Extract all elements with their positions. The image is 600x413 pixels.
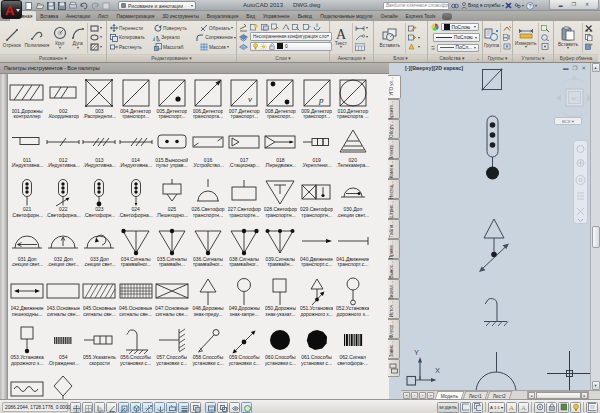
undo-icon[interactable] [80, 2, 88, 10]
linetype-sample-icon[interactable] [431, 45, 435, 51]
palette-tab-12[interactable]: Источ... [388, 299, 400, 319]
color-dropdown[interactable]: ПоСлою [441, 23, 479, 32]
saveas-icon[interactable] [58, 2, 66, 10]
palette-item[interactable]: 043.Основныесигналы све... [45, 275, 81, 324]
group-edit-button[interactable] [503, 34, 512, 41]
palette-item[interactable]: 025.Пешеходно... [154, 176, 190, 225]
ribbon-tab-10[interactable]: Вывод [294, 11, 317, 21]
ribbon-tab-12[interactable]: Онлайн [376, 11, 401, 21]
palette-tab-overflow[interactable] [388, 359, 400, 377]
layer-tool6-icon[interactable] [303, 23, 311, 31]
prev-layout-icon[interactable]: ‹ [411, 392, 418, 399]
block-hook-support[interactable] [484, 299, 508, 326]
layout-horizontal-scrollbar[interactable]: ◂ ▸ [527, 391, 589, 399]
panel-groups-label[interactable]: Группы ▾ [483, 54, 512, 62]
communication-center-icon[interactable] [514, 2, 521, 9]
ribbon-tab-6[interactable]: 3D инструменты [158, 11, 203, 21]
quickcalc-button[interactable] [541, 34, 550, 41]
help-icon[interactable]: ? [526, 2, 534, 10]
palette-item[interactable]: 062.Сигналсветофора-... [335, 324, 371, 373]
palette-item[interactable]: 003.Распредели... [81, 78, 117, 127]
palette-item[interactable]: 030.Доп.секции свет... [335, 176, 371, 225]
last-layout-icon[interactable]: » [427, 392, 434, 399]
table-tool-button[interactable] [355, 43, 368, 51]
palette-item[interactable]: 002.Координатор [45, 78, 81, 127]
palette-tab-6[interactable]: Несущ... [388, 179, 400, 199]
palette-item[interactable]: 027.Светофортранспортн... [226, 176, 262, 225]
coordinates-display[interactable]: 2086.2044, 1728.1778, 0.0000 [2, 402, 68, 412]
palette-tab-13[interactable]: Флуор... [388, 319, 400, 339]
palette-item[interactable]: 042.Движениепешеходны... [9, 275, 45, 324]
palette-item[interactable]: 023.Светофорн... [81, 176, 117, 225]
annoscale-ind-toggle[interactable] [241, 402, 252, 413]
autoscale-button[interactable]: A [518, 402, 529, 413]
workspace-switcher[interactable]: Рисование и аннотации [118, 1, 196, 10]
redo-icon[interactable] [91, 2, 99, 10]
palette-item[interactable]: 035.Сигналытрамвайн... [154, 226, 190, 275]
hscroll-right-icon[interactable]: ▸ [581, 392, 588, 399]
block-dome-signal[interactable] [476, 352, 516, 392]
isolate-objects-button[interactable] [570, 402, 581, 413]
lineweight-dropdown[interactable]: ПоСлою [433, 33, 480, 42]
first-layout-icon[interactable]: « [403, 392, 410, 399]
drawing-area[interactable]: [-][Вверху][2D каркас] ▬ ❐ ✕ [388, 63, 600, 399]
snap-toggle[interactable] [70, 402, 81, 413]
palette-item[interactable]: 032 Доп.секции свет... [45, 226, 81, 275]
search-binoculars-icon[interactable] [451, 2, 459, 9]
am-toggle[interactable] [229, 402, 240, 413]
palette-item[interactable]: 029.Светофортранспортн... [299, 176, 335, 225]
palette-item[interactable]: 040.Движениетранспорт.с... [299, 226, 335, 275]
ribbon-tab-7[interactable]: Визуализация [203, 11, 242, 21]
layer-blue-icon[interactable] [239, 34, 248, 42]
palette-item[interactable]: 039.Сигналытрамвайн... [262, 226, 298, 275]
palette-item[interactable]: 053.Установкадорожного з... [9, 324, 45, 373]
palette-item[interactable]: 013.Индуктивна... [81, 127, 117, 176]
ortho-toggle[interactable] [94, 402, 105, 413]
block-traffic-light[interactable] [486, 116, 499, 180]
hatch-tool-button[interactable] [90, 43, 102, 51]
palette-item[interactable]: 001.Дорожныконтроллер [9, 78, 45, 127]
stretch-button[interactable]: Растянуть [110, 43, 152, 51]
palette-item[interactable]: 016.Устройство... [190, 127, 226, 176]
scroll-up-icon[interactable]: ▲ [592, 63, 600, 72]
mirror-button[interactable]: Зеркало [152, 34, 194, 42]
cut-button[interactable] [585, 25, 593, 32]
panel-draw-label[interactable]: Рисование ▾ [0, 54, 106, 62]
layer-tool5-icon[interactable] [292, 23, 300, 31]
palette-item[interactable]: 060.Способыустановки с... [262, 324, 298, 373]
transparency-toggle[interactable] [190, 402, 201, 413]
annotation-scale-button[interactable]: А 1:1 ▾ [488, 402, 505, 413]
user-icon[interactable] [461, 2, 467, 9]
panel-clipboard-label[interactable]: Буфер обмена [554, 54, 598, 62]
palette-item[interactable]: 061.Способыустановки с... [299, 324, 335, 373]
restore-button[interactable]: ❐ [572, 2, 576, 7]
palette-tab-7[interactable]: Штрих... [388, 199, 400, 219]
palette-item[interactable]: 026.Светофортранспортн... [190, 176, 226, 225]
copy-clip-button[interactable] [585, 34, 593, 41]
dyn-toggle[interactable] [166, 402, 177, 413]
palette-tab-8[interactable]: Табли... [388, 219, 400, 239]
palette-item[interactable]: 018.Передвижн... [262, 127, 298, 176]
palette-item[interactable]: 054.Ограждени... [45, 324, 81, 373]
palette-item[interactable]: 057.Способыустановки с... [154, 324, 190, 373]
palette-item[interactable]: 031 Доп.секции свет... [9, 226, 45, 275]
palette-item[interactable]: 059.Способыустановки с... [226, 324, 262, 373]
palette-item[interactable]: 020.Телекамера... [335, 127, 371, 176]
palette-item[interactable]: 049.Дорожнызнак-запре... [226, 275, 262, 324]
palette-item[interactable]: 051.Установкадорожного з... [299, 275, 335, 324]
quickview-layouts-button[interactable] [460, 402, 471, 413]
palette-item[interactable]: 015.Выноснойпульт управ... [154, 127, 190, 176]
palette-item[interactable]: 006.Детектортранспорта... [190, 78, 226, 127]
palette-item[interactable]: 017.Стационар... [226, 127, 262, 176]
ribbon-tab-11[interactable]: Подключаемые модули [316, 11, 376, 21]
palette-item[interactable]: 033 Доп.секции свет... [81, 226, 117, 275]
lwt-toggle[interactable] [178, 402, 189, 413]
palette-item[interactable]: 058.Способыустановки с... [190, 324, 226, 373]
sc-toggle[interactable] [217, 402, 228, 413]
palette-item[interactable]: 004.Детектортранспорт... [118, 78, 154, 127]
layer-tool2-icon[interactable] [261, 23, 269, 31]
palette-item[interactable]: 056.Способыустановки с... [118, 324, 154, 373]
palette-item[interactable]: 008.Детектортранспорт... [262, 78, 298, 127]
ribbon-tab-3[interactable]: Аннотации [62, 11, 94, 21]
signin-label[interactable]: Вход в службы [468, 3, 500, 8]
